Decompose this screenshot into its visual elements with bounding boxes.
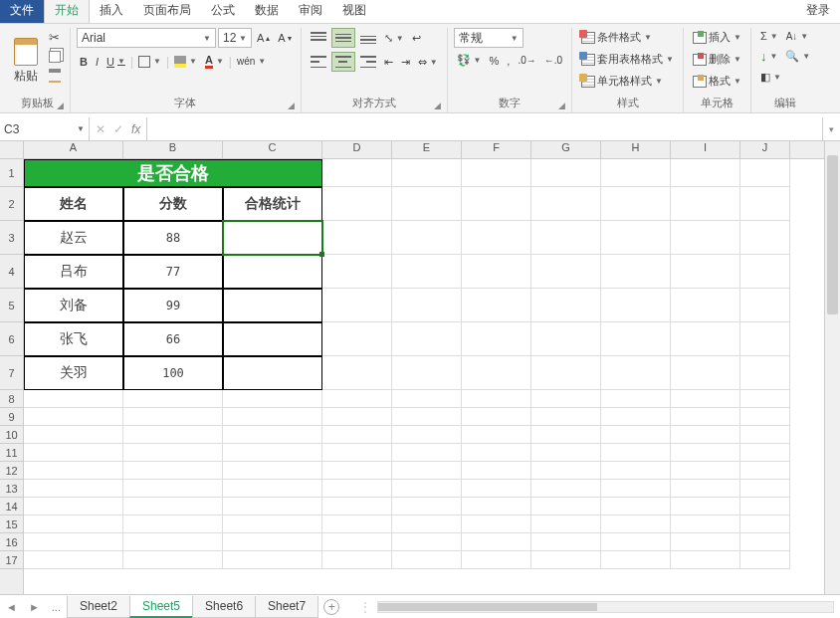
cut-button[interactable]: ✂ (46, 28, 64, 47)
row-header-9[interactable]: 9 (0, 408, 23, 426)
orientation-button[interactable]: ⤡▼ (381, 30, 407, 47)
tab-formula[interactable]: 公式 (201, 0, 245, 23)
row-header-6[interactable]: 6 (0, 322, 23, 356)
merge-button[interactable]: ⇔▼ (415, 54, 441, 71)
cell-C15[interactable] (223, 515, 322, 533)
cell-D13[interactable] (322, 480, 392, 498)
cell-E1[interactable] (392, 159, 462, 187)
cell-H15[interactable] (601, 515, 671, 533)
login-link[interactable]: 登录 (796, 0, 840, 23)
fill-color-button[interactable]: ▼ (171, 54, 200, 70)
cell-F10[interactable] (462, 426, 531, 444)
cell-J6[interactable] (740, 322, 790, 356)
cell-B9[interactable] (123, 408, 223, 426)
cell-A1[interactable]: 是否合格 (24, 159, 322, 187)
row-header-5[interactable]: 5 (0, 289, 23, 322)
cell-C8[interactable] (223, 390, 322, 408)
dialog-launcher-icon[interactable]: ◢ (558, 101, 565, 110)
cell-E8[interactable] (392, 390, 462, 408)
row-header-10[interactable]: 10 (0, 426, 23, 444)
column-header-A[interactable]: A (24, 141, 123, 158)
cell-D1[interactable] (322, 159, 392, 187)
align-middle-button[interactable] (331, 28, 355, 48)
cell-H3[interactable] (601, 221, 671, 255)
sheet-tab-Sheet7[interactable]: Sheet7 (255, 596, 318, 618)
bold-button[interactable]: B (77, 54, 91, 70)
cell-I8[interactable] (671, 390, 740, 408)
sheet-nav-prev[interactable]: ◄ (0, 601, 23, 613)
cell-J8[interactable] (740, 390, 790, 408)
cell-E12[interactable] (392, 462, 462, 480)
paste-button[interactable]: 粘贴 (10, 28, 42, 94)
cell-G3[interactable] (531, 221, 601, 255)
align-right-button[interactable] (357, 53, 379, 71)
cell-B4[interactable]: 77 (123, 255, 223, 289)
cell-H12[interactable] (601, 462, 671, 480)
cell-I2[interactable] (671, 187, 740, 221)
cell-F16[interactable] (462, 533, 531, 551)
font-color-button[interactable]: A▼ (202, 52, 227, 71)
align-center-button[interactable] (331, 52, 355, 72)
cell-F14[interactable] (462, 498, 531, 515)
scrollbar-thumb[interactable] (378, 603, 597, 611)
cell-E11[interactable] (392, 444, 462, 462)
cell-H14[interactable] (601, 498, 671, 515)
cell-A6[interactable]: 张飞 (24, 322, 123, 356)
cell-A16[interactable] (24, 533, 123, 551)
cell-G2[interactable] (531, 187, 601, 221)
column-header-G[interactable]: G (531, 141, 601, 158)
cell-G1[interactable] (531, 159, 601, 187)
scrollbar-thumb[interactable] (827, 155, 838, 314)
align-top-button[interactable] (308, 29, 329, 47)
cell-E17[interactable] (392, 551, 462, 569)
select-all-corner[interactable] (0, 141, 23, 159)
formula-input[interactable] (147, 117, 822, 140)
cell-C17[interactable] (223, 551, 322, 569)
horizontal-scrollbar[interactable] (377, 601, 834, 613)
cell-J11[interactable] (740, 444, 790, 462)
cell-D11[interactable] (322, 444, 392, 462)
cell-F3[interactable] (462, 221, 531, 255)
shrink-font-button[interactable]: A▾ (275, 30, 294, 46)
cell-G6[interactable] (531, 322, 601, 356)
cell-A4[interactable]: 吕布 (24, 255, 123, 289)
tab-view[interactable]: 视图 (332, 0, 376, 23)
cell-J7[interactable] (740, 356, 790, 390)
border-button[interactable]: ▼ (135, 54, 164, 70)
cell-I6[interactable] (671, 322, 740, 356)
copy-button[interactable] (46, 49, 64, 65)
cell-C2[interactable]: 合格统计 (223, 187, 322, 221)
increase-decimal-button[interactable]: .0→ (515, 53, 538, 68)
cell-C6[interactable] (223, 322, 322, 356)
cell-C5[interactable] (223, 289, 322, 322)
cell-D4[interactable] (322, 255, 392, 289)
cell-I1[interactable] (671, 159, 740, 187)
cell-E7[interactable] (392, 356, 462, 390)
cell-B13[interactable] (123, 480, 223, 498)
cell-A9[interactable] (24, 408, 123, 426)
cell-J15[interactable] (740, 515, 790, 533)
conditional-format-button[interactable]: 条件格式▼ (578, 28, 677, 47)
font-name-select[interactable]: Arial▼ (77, 28, 216, 48)
fx-button[interactable]: fx (131, 122, 140, 136)
cell-I10[interactable] (671, 426, 740, 444)
cell-G16[interactable] (531, 533, 601, 551)
cell-B2[interactable]: 分数 (123, 187, 223, 221)
cell-H10[interactable] (601, 426, 671, 444)
tab-review[interactable]: 审阅 (289, 0, 332, 23)
cell-H4[interactable] (601, 255, 671, 289)
cell-I13[interactable] (671, 480, 740, 498)
cell-J2[interactable] (740, 187, 790, 221)
cell-E16[interactable] (392, 533, 462, 551)
cell-B16[interactable] (123, 533, 223, 551)
cell-A11[interactable] (24, 444, 123, 462)
cell-E13[interactable] (392, 480, 462, 498)
cell-G10[interactable] (531, 426, 601, 444)
cell-J4[interactable] (740, 255, 790, 289)
tab-data[interactable]: 数据 (245, 0, 289, 23)
cell-E3[interactable] (392, 221, 462, 255)
cell-I7[interactable] (671, 356, 740, 390)
cell-A7[interactable]: 关羽 (24, 356, 123, 390)
cell-J10[interactable] (740, 426, 790, 444)
cell-I12[interactable] (671, 462, 740, 480)
